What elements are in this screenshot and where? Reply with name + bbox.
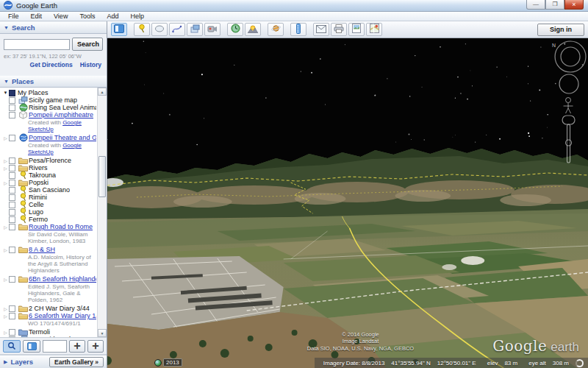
places-tree-item[interactable]: Sicily game map xyxy=(2,96,96,104)
item-checkbox[interactable] xyxy=(9,172,15,179)
scrollbar-thumb[interactable] xyxy=(98,156,106,197)
places-tree-item[interactable]: ▷8 A & SH xyxy=(2,246,96,253)
expander-icon[interactable]: ▷ xyxy=(2,158,9,163)
add-image-overlay-button[interactable] xyxy=(187,23,203,36)
item-checkbox[interactable] xyxy=(9,135,15,141)
email-button[interactable] xyxy=(313,23,329,36)
menu-file[interactable]: File xyxy=(2,13,25,20)
places-tree-item[interactable]: ▼My Places xyxy=(2,89,96,96)
item-checkbox[interactable] xyxy=(9,112,15,118)
get-directions-link[interactable]: Get Directions xyxy=(30,61,73,68)
expander-icon[interactable]: ▷ xyxy=(2,330,9,335)
view-in-google-maps-button[interactable] xyxy=(366,23,382,36)
sign-in-button[interactable]: Sign in xyxy=(537,24,584,36)
item-checkbox[interactable] xyxy=(9,187,15,194)
collapse-arrow-icon: ▼ xyxy=(4,79,9,84)
item-checkbox[interactable] xyxy=(9,194,15,201)
item-checkbox[interactable] xyxy=(9,180,15,186)
earth-gallery-button[interactable]: Earth Gallery » xyxy=(49,357,104,367)
title-bar[interactable]: Google Earth — ❒ × xyxy=(0,0,588,12)
item-checkbox[interactable] xyxy=(9,276,15,283)
expander-icon[interactable]: ▷ xyxy=(2,306,9,311)
menu-help[interactable]: Help xyxy=(124,13,150,20)
search-button[interactable]: Search xyxy=(72,38,103,51)
scroll-up-icon[interactable]: ▲ xyxy=(98,88,107,96)
expander-icon[interactable]: ▷ xyxy=(2,314,9,319)
places-tree-item[interactable]: ▷Rivers xyxy=(2,164,96,171)
toggle-places-view-button[interactable] xyxy=(23,340,40,353)
places-filter-input[interactable] xyxy=(43,340,67,353)
add-polygon-button[interactable] xyxy=(151,23,168,36)
add-placemark-button[interactable] xyxy=(134,23,150,36)
expander-icon[interactable]: ▷ xyxy=(2,135,9,141)
maximize-button[interactable]: ❒ xyxy=(545,0,564,10)
menu-tools[interactable]: Tools xyxy=(74,13,101,20)
time-indicator[interactable]: 2013 xyxy=(154,358,182,367)
close-button[interactable]: × xyxy=(564,0,584,10)
item-checkbox[interactable] xyxy=(9,209,15,216)
menu-edit[interactable]: Edit xyxy=(25,13,49,20)
item-checkbox[interactable] xyxy=(9,313,15,319)
search-example-hint: ex: 37 25' 19.1"N, 122 05' 06"W xyxy=(4,53,103,60)
toggle-sidebar-button[interactable] xyxy=(111,23,127,36)
places-scrollbar[interactable]: ▲ ▼ xyxy=(97,88,107,337)
scroll-down-icon[interactable]: ▼ xyxy=(98,329,107,337)
item-checkbox[interactable] xyxy=(9,329,15,336)
places-tree-item[interactable]: Takrouna xyxy=(2,171,96,179)
places-tree-item[interactable]: ▷Termoli xyxy=(2,328,96,336)
item-checkbox[interactable] xyxy=(9,336,15,339)
expander-icon[interactable]: ▷ xyxy=(2,180,9,185)
map-viewport[interactable]: N © 2014 GoogleImage LandsatData SIO, NO… xyxy=(107,38,588,368)
ruler-button[interactable] xyxy=(290,23,306,36)
expander-icon[interactable]: ▷ xyxy=(2,277,9,282)
view-sky-button[interactable] xyxy=(268,23,284,36)
expander-icon[interactable]: ▷ xyxy=(2,224,9,230)
record-tour-button[interactable] xyxy=(204,23,220,36)
item-checkbox[interactable] xyxy=(9,165,15,171)
places-tree-item[interactable]: Pompeii Amphitheatre xyxy=(2,111,96,118)
menu-view[interactable]: View xyxy=(48,13,74,20)
places-tree-item[interactable]: Celle xyxy=(2,201,96,208)
history-link[interactable]: History xyxy=(80,61,101,68)
layers-panel-header[interactable]: ▶ Layers Earth Gallery » xyxy=(0,355,107,368)
places-tree-item[interactable]: ▷Pompeii Theatre and Gymnasium xyxy=(2,134,96,141)
save-image-button[interactable] xyxy=(348,23,365,36)
minimize-button[interactable]: — xyxy=(526,0,545,10)
search-panel-header[interactable]: ▼ Search xyxy=(0,21,107,34)
places-tree-item[interactable]: ▷Pesa/Florence xyxy=(2,157,96,164)
places-tree-item[interactable]: ▷Popski xyxy=(2,179,96,186)
places-tree-item[interactable]: ▷6Bn Seaforth Highlanders xyxy=(2,275,96,283)
item-checkbox[interactable] xyxy=(9,216,15,223)
places-tree-item[interactable]: Fermo xyxy=(2,216,96,223)
sunlight-button[interactable] xyxy=(245,23,261,36)
places-tree-item[interactable]: ▷6 Seaforth War Diary 1/44 xyxy=(2,312,96,319)
item-checkbox[interactable] xyxy=(9,247,15,253)
add-path-button[interactable] xyxy=(169,23,185,36)
places-tree-item[interactable]: Lugo xyxy=(2,208,96,216)
print-button[interactable] xyxy=(331,23,347,36)
places-tree-item[interactable]: Hex Grid Northern xyxy=(2,336,96,338)
places-tree-item[interactable]: Rimini xyxy=(2,194,96,201)
item-checkbox[interactable] xyxy=(9,105,15,111)
places-tree-item[interactable]: ▷2 CH War Diary 3/44 xyxy=(2,305,96,312)
item-checkbox[interactable] xyxy=(9,224,15,230)
places-add-folder-button[interactable]: ✛ xyxy=(87,340,104,353)
places-panel-header[interactable]: ▼ Places xyxy=(0,75,107,88)
places-tree-item[interactable]: ▷Rough Road to Rome xyxy=(2,223,96,230)
places-add-button[interactable]: ✛ xyxy=(69,340,85,353)
expander-icon[interactable]: ▷ xyxy=(2,166,9,171)
item-checkbox[interactable] xyxy=(9,202,15,208)
item-checkbox[interactable] xyxy=(9,305,15,312)
expander-icon[interactable]: ▼ xyxy=(2,91,9,95)
search-input[interactable] xyxy=(4,39,70,50)
item-checkbox[interactable] xyxy=(9,90,15,96)
search-places-button[interactable] xyxy=(3,340,21,353)
terrain-3d-view[interactable]: N xyxy=(107,38,588,368)
item-checkbox[interactable] xyxy=(9,158,15,164)
item-checkbox[interactable] xyxy=(9,97,15,104)
places-tree-item[interactable]: Rising Sea Level Animation xyxy=(2,104,96,111)
places-tree-item[interactable]: San Casciano xyxy=(2,186,96,194)
expander-icon[interactable]: ▷ xyxy=(2,247,9,252)
historical-imagery-button[interactable] xyxy=(227,23,243,36)
menu-add[interactable]: Add xyxy=(101,13,124,20)
